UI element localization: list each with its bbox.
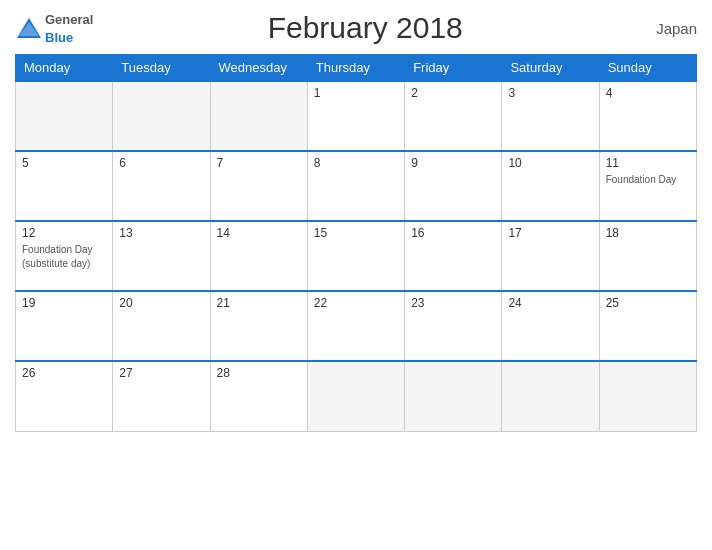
- calendar-cell: [16, 81, 113, 151]
- calendar-cell: 1: [307, 81, 404, 151]
- calendar-cell: [210, 81, 307, 151]
- header-wednesday: Wednesday: [210, 55, 307, 82]
- calendar-cell: 13: [113, 221, 210, 291]
- calendar-cell: 14: [210, 221, 307, 291]
- calendar-cell: 27: [113, 361, 210, 431]
- calendar-cell: 10: [502, 151, 599, 221]
- calendar-cell: [599, 361, 696, 431]
- header-tuesday: Tuesday: [113, 55, 210, 82]
- calendar-title: February 2018: [93, 11, 637, 45]
- day-number: 23: [411, 296, 495, 310]
- calendar-cell: [405, 361, 502, 431]
- calendar-cell: 28: [210, 361, 307, 431]
- calendar-cell: 20: [113, 291, 210, 361]
- day-number: 24: [508, 296, 592, 310]
- day-number: 10: [508, 156, 592, 170]
- logo-icon: [15, 16, 43, 40]
- day-number: 17: [508, 226, 592, 240]
- weekday-header-row: Monday Tuesday Wednesday Thursday Friday…: [16, 55, 697, 82]
- day-number: 15: [314, 226, 398, 240]
- calendar-cell: 9: [405, 151, 502, 221]
- calendar-cell: 16: [405, 221, 502, 291]
- calendar-cell: 4: [599, 81, 696, 151]
- calendar-cell: 19: [16, 291, 113, 361]
- header-thursday: Thursday: [307, 55, 404, 82]
- day-number: 4: [606, 86, 690, 100]
- day-number: 2: [411, 86, 495, 100]
- header-monday: Monday: [16, 55, 113, 82]
- header: General Blue February 2018 Japan: [15, 10, 697, 46]
- day-number: 11: [606, 156, 690, 170]
- day-number: 5: [22, 156, 106, 170]
- day-number: 22: [314, 296, 398, 310]
- calendar-cell: 26: [16, 361, 113, 431]
- calendar-cell: 24: [502, 291, 599, 361]
- calendar-cell: 15: [307, 221, 404, 291]
- calendar-week-row: 567891011Foundation Day: [16, 151, 697, 221]
- day-number: 3: [508, 86, 592, 100]
- calendar-cell: 17: [502, 221, 599, 291]
- calendar-table: Monday Tuesday Wednesday Thursday Friday…: [15, 54, 697, 432]
- day-number: 7: [217, 156, 301, 170]
- calendar-week-row: 262728: [16, 361, 697, 431]
- header-saturday: Saturday: [502, 55, 599, 82]
- day-number: 28: [217, 366, 301, 380]
- calendar-cell: 25: [599, 291, 696, 361]
- day-number: 14: [217, 226, 301, 240]
- day-number: 18: [606, 226, 690, 240]
- country-label: Japan: [637, 20, 697, 37]
- calendar-cell: 7: [210, 151, 307, 221]
- calendar-body: 1234567891011Foundation Day12Foundation …: [16, 81, 697, 431]
- logo: General Blue: [15, 10, 93, 46]
- calendar-cell: 2: [405, 81, 502, 151]
- day-number: 13: [119, 226, 203, 240]
- event-label: Foundation Day: [606, 174, 677, 185]
- event-label: Foundation Day (substitute day): [22, 244, 93, 269]
- logo-general: General: [45, 12, 93, 27]
- day-number: 26: [22, 366, 106, 380]
- calendar-cell: 12Foundation Day (substitute day): [16, 221, 113, 291]
- svg-marker-1: [19, 22, 39, 36]
- calendar-cell: 23: [405, 291, 502, 361]
- calendar-cell: [113, 81, 210, 151]
- calendar-page: General Blue February 2018 Japan Monday …: [0, 0, 712, 550]
- calendar-week-row: 12Foundation Day (substitute day)1314151…: [16, 221, 697, 291]
- day-number: 20: [119, 296, 203, 310]
- day-number: 8: [314, 156, 398, 170]
- calendar-week-row: 1234: [16, 81, 697, 151]
- calendar-cell: 5: [16, 151, 113, 221]
- calendar-header: Monday Tuesday Wednesday Thursday Friday…: [16, 55, 697, 82]
- day-number: 9: [411, 156, 495, 170]
- calendar-cell: 8: [307, 151, 404, 221]
- calendar-cell: 18: [599, 221, 696, 291]
- calendar-cell: 11Foundation Day: [599, 151, 696, 221]
- day-number: 21: [217, 296, 301, 310]
- calendar-cell: 3: [502, 81, 599, 151]
- calendar-cell: [307, 361, 404, 431]
- header-sunday: Sunday: [599, 55, 696, 82]
- day-number: 16: [411, 226, 495, 240]
- day-number: 1: [314, 86, 398, 100]
- day-number: 6: [119, 156, 203, 170]
- logo-text: General Blue: [45, 10, 93, 46]
- calendar-cell: 6: [113, 151, 210, 221]
- day-number: 19: [22, 296, 106, 310]
- calendar-week-row: 19202122232425: [16, 291, 697, 361]
- calendar-cell: [502, 361, 599, 431]
- day-number: 25: [606, 296, 690, 310]
- header-friday: Friday: [405, 55, 502, 82]
- calendar-cell: 21: [210, 291, 307, 361]
- logo-blue: Blue: [45, 30, 73, 45]
- day-number: 12: [22, 226, 106, 240]
- day-number: 27: [119, 366, 203, 380]
- calendar-cell: 22: [307, 291, 404, 361]
